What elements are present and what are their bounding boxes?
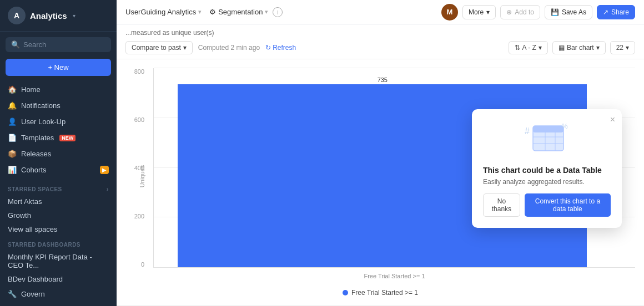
templates-icon: 📄 <box>8 134 17 142</box>
view-all-spaces[interactable]: View all spaces <box>0 222 117 236</box>
popup-description: Easily analyze aggregated results. <box>483 178 611 186</box>
date-chevron-icon: ▾ <box>626 44 629 52</box>
legend-dot <box>343 290 348 295</box>
new-badge: NEW <box>59 135 76 141</box>
save-as-label: Save As <box>562 8 586 16</box>
segmentation-chevron-icon: ▾ <box>265 8 268 16</box>
sidebar-item-data-sources[interactable]: ⬇ Data Sources <box>0 302 117 306</box>
app-title-chevron-icon: ▾ <box>73 13 76 19</box>
sidebar-item-label: Cohorts <box>21 166 47 174</box>
search-input[interactable] <box>23 40 105 49</box>
topbar: UserGuiding Analytics ▾ ⚙ Segmentation ▾… <box>117 0 644 24</box>
compare-chevron-icon: ▾ <box>183 44 187 52</box>
releases-icon: 📦 <box>8 150 17 158</box>
search-box[interactable]: 🔍 <box>6 37 111 52</box>
share-icon: ↗ <box>603 8 608 16</box>
popup-icon-area: # % <box>483 120 611 159</box>
starred-dashboards-title: STARRED DASHBOARDS <box>8 242 80 248</box>
y-label-800: 800 <box>134 68 144 75</box>
segmentation-btn[interactable]: ⚙ Segmentation ▾ <box>209 8 268 16</box>
more-chevron-icon: ▾ <box>486 8 490 16</box>
sidebar-item-label: Notifications <box>21 101 61 110</box>
breadcrumb-chevron-icon: ▾ <box>198 8 202 16</box>
save-icon: 💾 <box>551 8 559 16</box>
avatar[interactable]: M <box>441 4 458 21</box>
sidebar-item-cohorts[interactable]: 📊 Cohorts ▶ <box>0 162 117 178</box>
main-content: UserGuiding Analytics ▾ ⚙ Segmentation ▾… <box>117 0 644 306</box>
sidebar-item-user-lookup[interactable]: 👤 User Look-Up <box>0 114 117 130</box>
sidebar-bottom-label: Govern <box>21 290 45 298</box>
home-icon: 🏠 <box>8 85 17 94</box>
video-badge: ▶ <box>100 166 109 174</box>
starred-dashboards-section: STARRED DASHBOARDS <box>0 236 117 250</box>
logo-avatar: A <box>8 7 26 24</box>
chart-subtitle: ...measured as unique user(s) <box>117 24 644 37</box>
svg-rect-1 <box>533 126 564 132</box>
y-label-600: 600 <box>134 116 144 123</box>
sidebar-item-releases[interactable]: 📦 Releases <box>0 146 117 162</box>
sidebar-item-label: User Look-Up <box>21 118 66 126</box>
x-axis-label: Free Trial Started >= 1 <box>364 273 425 279</box>
starred-space-mert[interactable]: Mert Aktas <box>0 195 117 208</box>
popup-close-button[interactable]: × <box>610 115 615 125</box>
dashboard-monthly-kpi[interactable]: Monthly KPI Report Data - CEO Te... <box>0 250 117 272</box>
refresh-label: Refresh <box>273 44 296 52</box>
more-button[interactable]: More ▾ <box>462 5 496 19</box>
notifications-icon: 🔔 <box>8 101 17 110</box>
svg-text:%: % <box>562 123 568 130</box>
sidebar-item-label: Releases <box>21 150 51 158</box>
chart-container: 800 600 400 200 0 Uniques <box>117 59 644 305</box>
save-as-button[interactable]: 💾 Save As <box>545 5 592 19</box>
sort-button[interactable]: ⇅ A - Z ▾ <box>509 41 548 54</box>
refresh-link[interactable]: ↻ Refresh <box>265 44 296 52</box>
popup-illustration: # % <box>522 120 572 159</box>
sort-icon: ⇅ <box>515 44 520 52</box>
legend-label: Free Trial Started >= 1 <box>351 289 418 297</box>
popup-actions: No thanks Convert this chart to a data t… <box>483 193 611 217</box>
content-area: ...measured as unique user(s) Compare to… <box>117 24 644 306</box>
breadcrumb-app: UserGuiding Analytics <box>125 8 196 16</box>
more-label: More <box>469 8 484 16</box>
search-icon: 🔍 <box>11 40 20 49</box>
starred-spaces-chevron-icon: › <box>107 186 109 192</box>
starred-spaces-title: STARRED SPACES <box>8 186 62 192</box>
compare-to-past-button[interactable]: Compare to past ▾ <box>125 41 193 54</box>
starred-space-growth[interactable]: Growth <box>0 208 117 222</box>
chart-subtitle-text: ...measured as unique user(s) <box>125 29 214 37</box>
segmentation-icon: ⚙ <box>209 8 216 16</box>
sidebar-item-notifications[interactable]: 🔔 Notifications <box>0 98 117 114</box>
convert-button[interactable]: Convert this chart to a data table <box>525 193 611 217</box>
y-label-0: 0 <box>141 261 144 268</box>
chart-type-chevron-icon: ▾ <box>596 44 600 52</box>
sidebar-logo[interactable]: A Analytics ▾ <box>0 0 117 32</box>
chart-type-button[interactable]: ▦ Bar chart ▾ <box>552 41 606 54</box>
new-button[interactable]: + New <box>6 59 111 76</box>
dashboard-bdev[interactable]: BDev Dashboard <box>0 272 117 286</box>
sidebar-item-templates[interactable]: 📄 Templates NEW <box>0 130 117 146</box>
date-button[interactable]: 22 ▾ <box>610 41 635 54</box>
add-to-button[interactable]: ⊕ Add to <box>500 5 540 19</box>
sort-label: A - Z <box>522 44 536 52</box>
chart-type-label: Bar chart <box>567 44 594 52</box>
refresh-icon: ↻ <box>265 44 271 52</box>
add-to-label: Add to <box>515 8 534 16</box>
data-table-popup: × # % This chart could be a Data Tabl <box>472 109 622 228</box>
toolbar-right: ⇅ A - Z ▾ ▦ Bar chart ▾ 22 ▾ <box>509 41 635 54</box>
sidebar: A Analytics ▾ 🔍 + New 🏠 Home 🔔 Notificat… <box>0 0 117 306</box>
user-icon: 👤 <box>8 118 17 126</box>
sidebar-item-home[interactable]: 🏠 Home <box>0 81 117 98</box>
svg-text:#: # <box>525 126 530 136</box>
popup-title: This chart could be a Data Table <box>483 166 611 175</box>
share-button[interactable]: ↗ Share <box>597 5 635 19</box>
app-title: Analytics <box>30 11 67 21</box>
info-icon[interactable]: i <box>273 7 283 17</box>
y-label-200: 200 <box>134 213 144 220</box>
share-label: Share <box>611 8 629 16</box>
chart-toolbar: Compare to past ▾ Computed 2 min ago ↻ R… <box>117 37 644 59</box>
date-label: 22 <box>616 44 623 52</box>
sidebar-item-govern[interactable]: 🔧 Govern <box>0 286 117 302</box>
cohorts-icon: 📊 <box>8 166 17 174</box>
breadcrumb[interactable]: UserGuiding Analytics ▾ <box>125 8 202 16</box>
bar-value-label: 735 <box>178 76 587 83</box>
no-thanks-button[interactable]: No thanks <box>483 193 520 217</box>
